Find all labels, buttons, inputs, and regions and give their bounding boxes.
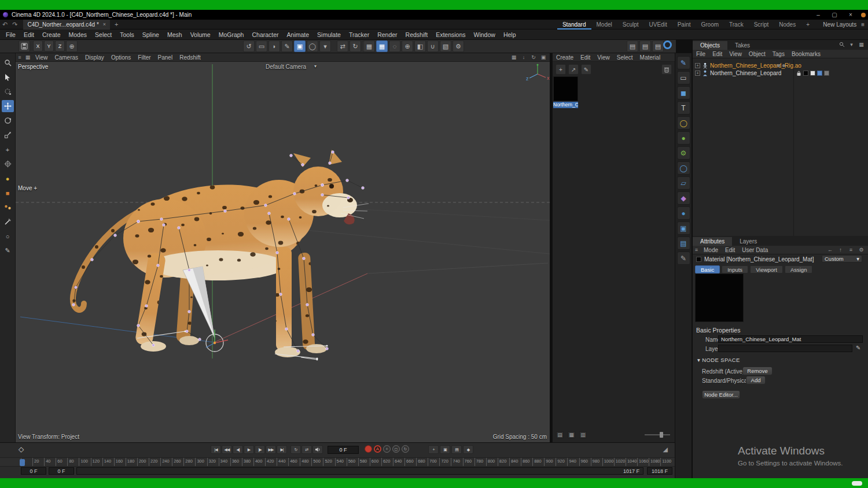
keyframe-tool-icon[interactable]: ▣ <box>440 445 450 454</box>
menu-item[interactable]: Redshift <box>402 31 432 38</box>
viewport-menu-item[interactable]: Filter <box>134 54 154 61</box>
keyframe-tool-icon[interactable]: + <box>428 445 439 454</box>
menu-item[interactable]: Extensions <box>432 31 469 38</box>
om-menu-item[interactable]: View <box>726 51 745 57</box>
material-tool-icon[interactable]: ✎ <box>581 64 591 75</box>
circle-tool-icon[interactable]: ○ <box>2 230 14 242</box>
soft-selection-icon[interactable]: ● <box>2 172 14 184</box>
expand-toggle-icon[interactable]: + <box>695 63 700 68</box>
record-scale-icon[interactable]: ◻ <box>392 445 400 453</box>
move-tool-icon[interactable] <box>2 100 14 112</box>
viewport-scene[interactable] <box>16 62 550 442</box>
snap-grid-icon[interactable]: ▦ <box>376 40 388 52</box>
tab-takes[interactable]: Takes <box>727 41 757 50</box>
toolbar-icon[interactable]: ∪ <box>427 40 439 52</box>
toolbar-icon[interactable]: ▭ <box>256 40 267 52</box>
om-search-icon[interactable] <box>838 42 845 49</box>
om-menu-item[interactable]: Object <box>745 51 769 57</box>
keyframe-diamond-icon[interactable]: ◇ <box>19 445 24 453</box>
viewport-hamburger-icon[interactable]: ≡ <box>16 54 24 60</box>
layout-tab[interactable]: Sculpt <box>617 20 644 29</box>
layout-tab[interactable]: Script <box>749 20 774 29</box>
material-tool-icon[interactable]: ↗ <box>568 64 579 75</box>
material-tag-icon[interactable] <box>817 71 822 76</box>
om-menu-item[interactable]: Tags <box>769 51 788 57</box>
expand-toggle-icon[interactable]: + <box>695 71 700 76</box>
name-input[interactable]: Northern_Chinese_Leopard_Mat <box>718 335 863 343</box>
attr-menu-item[interactable]: User Data <box>738 247 771 253</box>
layout-tab[interactable]: Nodes <box>774 20 801 29</box>
camera-menu-icon[interactable]: ▾ <box>314 64 317 69</box>
menu-item[interactable]: Modes <box>65 31 91 38</box>
transport-button[interactable]: |◀ <box>211 445 221 454</box>
toolbar-icon[interactable]: ↺ <box>243 40 255 52</box>
layout-tab[interactable]: Standard <box>557 20 591 29</box>
layout-preset-icon[interactable]: ▤ <box>627 40 638 52</box>
layout-tab[interactable]: Track <box>724 20 749 29</box>
node-space-header[interactable]: ▾ NODE SPACE <box>697 357 740 363</box>
object-label[interactable]: Northern_Chinese_Leopard <box>710 70 781 76</box>
undo-icon[interactable]: ↶ <box>0 21 10 28</box>
palette-object-icon[interactable]: ◯ <box>677 116 690 130</box>
om-menu-item[interactable]: Edit <box>709 51 726 57</box>
object-row-rig[interactable]: + Northern_Chinese_Leopard_Rig.ao <box>693 62 868 69</box>
attr-menu-item[interactable]: Edit <box>722 247 738 253</box>
menu-item[interactable]: Select <box>91 31 116 38</box>
layout-tab[interactable]: UVEdit <box>644 20 672 29</box>
coordinate-system-icon[interactable]: ⊕ <box>66 40 78 52</box>
dots-tool-icon[interactable] <box>2 201 14 213</box>
material-view-toggle-icon[interactable]: ▤ <box>556 431 564 438</box>
layout-preset-icon[interactable]: ▤ <box>652 40 664 52</box>
texture-tag-icon[interactable] <box>803 71 808 76</box>
axis-lock-button[interactable]: X <box>33 40 43 51</box>
palette-object-icon[interactable]: ▱ <box>677 176 690 190</box>
palette-object-icon[interactable]: T <box>677 101 690 114</box>
save-icon[interactable] <box>19 40 30 52</box>
viewport-menu-item[interactable]: Display <box>82 54 108 61</box>
tab-layers[interactable]: Layers <box>732 237 764 246</box>
tab-objects[interactable]: Objects <box>693 41 727 50</box>
menu-item[interactable]: Animate <box>283 31 314 38</box>
current-frame-field[interactable]: 0 F <box>328 446 359 454</box>
keyframe-tool-icon[interactable]: ▤ <box>451 445 462 454</box>
viewport-header-icon[interactable]: ▦ <box>510 54 518 60</box>
menu-item[interactable]: File <box>2 31 20 38</box>
preview-range-track[interactable]: 1017 F <box>76 467 643 475</box>
axis-tool-icon[interactable]: + <box>2 143 14 156</box>
preset-dropdown[interactable]: Custom▾ <box>822 255 862 263</box>
om-frame-icon[interactable]: ▦ <box>858 42 865 49</box>
axis-lock-button[interactable]: Y <box>44 40 54 51</box>
rotate-tool-icon[interactable] <box>2 114 14 127</box>
toolbar-icon[interactable]: ✎ <box>281 40 293 52</box>
leopard-model[interactable] <box>69 150 369 357</box>
sound-icon[interactable] <box>312 445 323 454</box>
menu-item[interactable]: Edit <box>20 31 38 38</box>
layout-tab[interactable]: + <box>801 20 815 29</box>
attr-nav-icon[interactable]: ← <box>826 247 834 253</box>
transport-button[interactable]: ▶ <box>244 445 254 454</box>
palette-object-icon[interactable]: ● <box>677 131 690 145</box>
palette-object-icon[interactable]: ▤ <box>677 236 690 250</box>
live-select-icon[interactable] <box>2 86 14 98</box>
attr-nav-icon[interactable]: ⚙ <box>858 247 865 253</box>
material-menu-item[interactable]: Material <box>637 54 664 61</box>
snap-grid-icon[interactable]: ▦ <box>363 40 375 52</box>
toolbar-icon[interactable]: ⇄ <box>337 40 348 52</box>
visibility-dot[interactable] <box>777 64 780 67</box>
workplane-icon[interactable] <box>2 158 14 170</box>
toolbar-icon[interactable]: ◧ <box>414 40 426 52</box>
menu-item[interactable]: Spline <box>138 31 163 38</box>
attr-menu-item[interactable]: Mode <box>700 247 722 253</box>
layout-tab[interactable]: Model <box>591 20 617 29</box>
toolbar-icon[interactable]: ◌ <box>389 40 400 52</box>
menu-item[interactable]: Volume <box>186 31 215 38</box>
layout-tab[interactable]: Groom <box>696 20 724 29</box>
thumbnail-size-slider[interactable] <box>645 431 670 438</box>
toolbar-icon[interactable]: ◯ <box>307 40 318 52</box>
trash-icon[interactable] <box>661 64 672 75</box>
menu-item[interactable]: Render <box>373 31 401 38</box>
layout-preset-icon[interactable]: ▤ <box>639 40 651 52</box>
palette-object-icon[interactable]: ◼ <box>677 86 690 99</box>
section-tab[interactable]: Viewport <box>750 265 783 273</box>
playback-mode-icon[interactable]: ↻ <box>290 445 301 454</box>
